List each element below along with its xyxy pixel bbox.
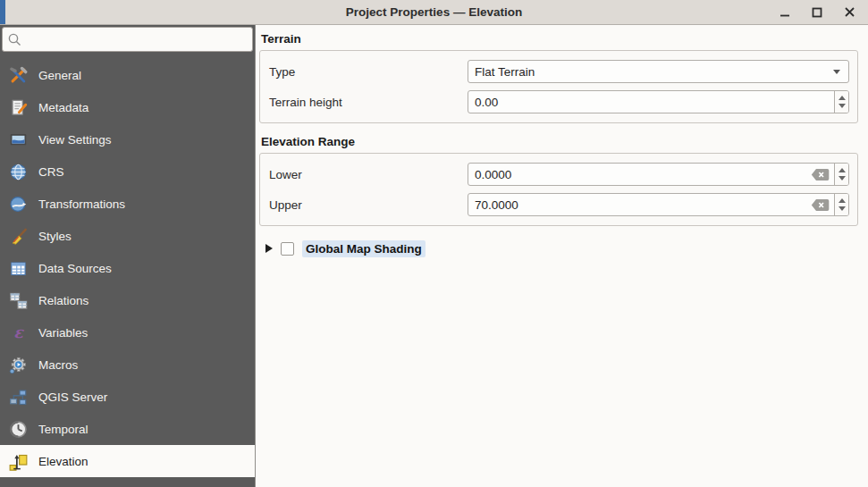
sidebar-item-label: Styles — [38, 230, 72, 243]
elevation-icon — [9, 452, 28, 471]
table-icon — [9, 259, 28, 278]
document-pencil-icon — [9, 98, 28, 117]
sidebar-search — [0, 25, 255, 54]
upper-clear-button[interactable] — [811, 198, 830, 212]
tools-icon — [9, 66, 28, 85]
spin-up-icon — [839, 96, 846, 100]
sidebar-item-label: View Settings — [38, 133, 112, 147]
window-title: Project Properties — Elevation — [346, 5, 522, 19]
sidebar-item-label: Temporal — [38, 423, 88, 436]
window-edge-accent — [0, 0, 5, 24]
spin-up-icon — [839, 198, 846, 203]
sidebar-item-qgis-server[interactable]: QGIS Server — [0, 381, 255, 413]
sidebar-item-label: Elevation — [38, 455, 88, 468]
global-map-shading-label[interactable]: Global Map Shading — [302, 240, 426, 257]
lower-spin-buttons[interactable] — [834, 164, 848, 185]
spin-down-icon — [839, 104, 846, 108]
elevation-settings-panel: Terrain Type Flat Terrain Terrain height — [256, 25, 868, 487]
gear-play-icon — [9, 356, 28, 374]
spin-down-icon — [839, 176, 846, 181]
close-button[interactable] — [838, 3, 861, 22]
lower-input[interactable] — [468, 168, 811, 181]
terrain-height-input[interactable] — [468, 96, 834, 109]
global-map-shading-row: Global Map Shading — [265, 239, 858, 258]
sidebar-item-temporal[interactable]: Temporal — [0, 413, 255, 445]
sidebar-item-label: Data Sources — [38, 262, 112, 275]
upper-input[interactable] — [468, 198, 811, 212]
sidebar-item-styles[interactable]: Styles — [0, 220, 255, 252]
sidebar-item-label: Macros — [38, 358, 78, 372]
network-icon — [9, 388, 28, 407]
terrain-type-dropdown[interactable]: Flat Terrain — [468, 60, 849, 83]
clear-field-icon — [811, 168, 830, 181]
sidebar-item-elevation[interactable]: Elevation — [0, 445, 255, 477]
sidebar-item-metadata[interactable]: Metadata — [0, 91, 255, 123]
svg-text:ε: ε — [13, 323, 24, 341]
clock-icon — [9, 420, 28, 439]
search-input[interactable] — [2, 27, 253, 52]
terrain-height-spinbox — [468, 90, 849, 113]
sidebar: General Metadata View Settings CRS Trans — [0, 25, 256, 487]
sidebar-item-label: General — [38, 69, 81, 82]
sidebar-nav: General Metadata View Settings CRS Trans — [0, 54, 255, 487]
titlebar: Project Properties — Elevation — [0, 0, 868, 25]
lower-row: Lower — [269, 163, 849, 186]
elevation-range-group: Lower Upper — [259, 153, 858, 226]
sidebar-item-transformations[interactable]: Transformations — [0, 188, 255, 220]
lower-spinbox — [468, 163, 849, 186]
sidebar-item-crs[interactable]: CRS — [0, 155, 255, 188]
epsilon-icon: ε — [9, 323, 28, 342]
window-controls — [773, 0, 861, 24]
sidebar-item-label: Metadata — [38, 101, 88, 114]
upper-label: Upper — [269, 198, 468, 212]
spin-down-icon — [839, 206, 846, 211]
upper-spinbox — [468, 193, 849, 216]
terrain-height-label: Terrain height — [269, 96, 468, 109]
linked-tables-icon — [9, 291, 28, 310]
globe-icon — [9, 163, 28, 181]
spin-up-icon — [839, 168, 846, 172]
project-properties-window: Project Properties — Elevation Genera — [0, 0, 868, 487]
sidebar-item-label: Variables — [38, 326, 88, 340]
terrain-group: Type Flat Terrain Terrain height — [259, 50, 858, 123]
maximize-icon — [812, 7, 822, 18]
search-icon — [7, 32, 22, 47]
elevation-range-section-title: Elevation Range — [261, 135, 858, 148]
terrain-height-spin-buttons[interactable] — [834, 91, 848, 113]
dropdown-arrow-icon — [833, 70, 840, 74]
sidebar-item-view-settings[interactable]: View Settings — [0, 123, 255, 155]
minimize-icon — [780, 7, 790, 18]
lower-label: Lower — [269, 168, 468, 181]
upper-row: Upper — [269, 193, 849, 216]
globe-transform-icon — [9, 195, 28, 214]
upper-spin-buttons[interactable] — [834, 194, 848, 215]
clear-field-icon — [811, 198, 830, 212]
sidebar-item-data-sources[interactable]: Data Sources — [0, 252, 255, 284]
terrain-type-label: Type — [269, 65, 468, 79]
paintbrush-icon — [9, 227, 28, 246]
sidebar-item-relations[interactable]: Relations — [0, 284, 255, 316]
terrain-height-row: Terrain height — [269, 90, 849, 113]
sidebar-item-label: Transformations — [38, 197, 125, 211]
global-map-shading-checkbox[interactable] — [281, 242, 294, 256]
sidebar-item-variables[interactable]: ε Variables — [0, 316, 255, 348]
monitor-map-icon — [9, 130, 28, 149]
sidebar-item-label: Relations — [38, 294, 88, 307]
sidebar-item-macros[interactable]: Macros — [0, 348, 255, 381]
terrain-type-value: Flat Terrain — [468, 65, 833, 79]
maximize-button[interactable] — [805, 3, 829, 22]
lower-clear-button[interactable] — [811, 168, 830, 181]
terrain-type-row: Type Flat Terrain — [269, 60, 849, 83]
minimize-button[interactable] — [773, 3, 796, 22]
terrain-section-title: Terrain — [261, 32, 858, 46]
sidebar-item-general[interactable]: General — [0, 59, 255, 91]
close-icon — [844, 6, 855, 18]
sidebar-item-label: QGIS Server — [38, 390, 107, 404]
sidebar-item-label: CRS — [38, 165, 64, 179]
expander-collapsed-icon[interactable] — [265, 244, 273, 253]
